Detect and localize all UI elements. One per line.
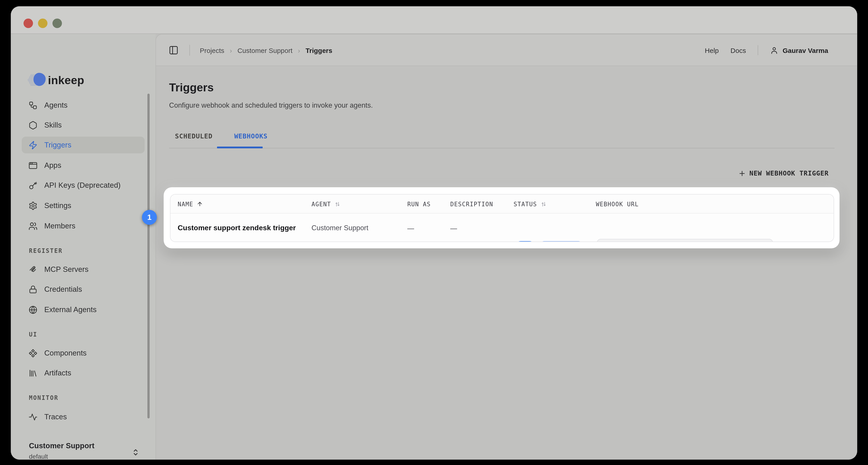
sidebar-toggle-icon[interactable] [168, 45, 179, 55]
sidebar-item-triggers[interactable]: Triggers [22, 137, 145, 153]
sidebar-item-traces[interactable]: Traces [22, 408, 145, 425]
header-actions: Help Docs Gaurav Varma [705, 34, 828, 66]
page-title: Triggers [169, 81, 214, 94]
header-divider [189, 45, 190, 56]
sidebar-item-artifacts[interactable]: Artifacts [22, 365, 145, 381]
inkeep-logo-icon [28, 73, 46, 87]
users-icon [29, 222, 37, 230]
column-header-status[interactable]: STATUS [514, 195, 547, 213]
hexagon-icon [29, 120, 37, 129]
sidebar-section-monitor: MONITOR [29, 395, 59, 401]
lock-icon [29, 285, 37, 294]
sidebar-item-members[interactable]: Members [22, 217, 145, 234]
breadcrumb-customer-support[interactable]: Customer Support [237, 46, 292, 54]
table-header-row: NAME AGENT RUN AS [170, 195, 834, 213]
new-webhook-trigger-button[interactable]: NEW WEBHOOK TRIGGER [739, 170, 829, 177]
plus-icon [739, 170, 745, 177]
sidebar-scrollbar[interactable] [147, 94, 150, 418]
sidebar-item-label: Credentials [44, 285, 82, 294]
sidebar-section-register: REGISTER [29, 248, 63, 254]
column-header-webhook-url: WEBHOOK URL [596, 195, 639, 213]
sidebar-item-label: Traces [44, 412, 67, 421]
annotation-badge-1: 1 [142, 210, 157, 225]
brand-name: inkeep [48, 74, 84, 87]
sidebar-item-label: Skills [44, 121, 62, 129]
main-panel: Projects › Customer Support › Triggers H… [156, 34, 857, 460]
sidebar-item-components[interactable]: Components [22, 345, 145, 361]
header-divider [758, 45, 758, 55]
inkeep-logo[interactable]: inkeep [28, 72, 84, 88]
window-titlebar [11, 6, 857, 34]
sidebar-item-label: Apps [44, 161, 61, 170]
column-header-agent[interactable]: AGENT [311, 195, 341, 213]
sort-icon [540, 201, 547, 207]
help-link[interactable]: Help [705, 46, 719, 54]
breadcrumb: Projects › Customer Support › Triggers [200, 34, 332, 66]
breadcrumb-separator: › [298, 46, 300, 54]
sidebar-item-label: External Agents [44, 305, 96, 314]
sidebar-item-label: Agents [44, 101, 68, 110]
app-window: inkeep Agents Skills Triggers [11, 6, 857, 460]
component-icon [29, 349, 37, 357]
gear-icon [29, 201, 37, 210]
sidebar-item-external-agents[interactable]: External Agents [22, 301, 145, 318]
sidebar-item-label: Members [44, 222, 75, 230]
key-icon [29, 181, 37, 190]
user-name: Gaurav Varma [782, 46, 828, 54]
screenshot-stage: inkeep Agents Skills Triggers [0, 0, 868, 465]
page-description: Configure webhook and scheduled triggers… [169, 101, 373, 110]
triggers-table: NAME AGENT RUN AS [170, 194, 834, 242]
main-header: Projects › Customer Support › Triggers H… [156, 34, 857, 66]
sidebar: inkeep Agents Skills Triggers [11, 34, 156, 460]
active-tab-underline [217, 147, 263, 148]
project-switcher-environment: default [29, 453, 48, 460]
new-webhook-trigger-label: NEW WEBHOOK TRIGGER [749, 170, 829, 177]
breadcrumb-projects[interactable]: Projects [200, 46, 224, 54]
sidebar-item-label: Triggers [44, 141, 71, 149]
breadcrumb-separator: › [230, 46, 232, 54]
tabs: SCHEDULED WEBHOOKS [169, 133, 274, 140]
webhook-url-field[interactable]: https://api.agents.inkeep.com/run/tenant… [597, 239, 773, 242]
tab-scheduled[interactable]: SCHEDULED [169, 133, 218, 140]
trigger-description: — [450, 213, 457, 242]
sidebar-item-mcp-servers[interactable]: MCP Servers [22, 261, 145, 278]
zap-icon [29, 141, 37, 149]
sidebar-item-agents[interactable]: Agents [22, 97, 145, 114]
table-row[interactable]: Customer support zendesk trigger Custome… [170, 213, 834, 242]
workflow-icon [29, 100, 37, 110]
sidebar-item-settings[interactable]: Settings [22, 197, 145, 214]
sidebar-item-skills[interactable]: Skills [22, 117, 145, 134]
sort-icon [334, 201, 341, 207]
column-header-run-as: RUN AS [407, 195, 431, 213]
sidebar-item-api-keys[interactable]: API Keys (Deprecated) [22, 177, 145, 194]
globe-icon [29, 305, 37, 314]
zoom-window-button[interactable] [53, 19, 62, 28]
trigger-agent: Customer Support [311, 213, 368, 242]
sidebar-item-label: Artifacts [44, 369, 71, 377]
docs-link[interactable]: Docs [731, 46, 746, 54]
sidebar-item-label: MCP Servers [44, 265, 89, 274]
status-toggle[interactable] [515, 241, 535, 242]
library-icon [29, 369, 37, 377]
tab-webhooks[interactable]: WEBHOOKS [228, 133, 274, 140]
minimize-window-button[interactable] [38, 19, 48, 28]
mcp-icon [29, 265, 37, 274]
app-window-icon [29, 161, 37, 170]
sidebar-item-label: Settings [44, 201, 71, 210]
project-switcher-name[interactable]: Customer Support [29, 441, 94, 450]
column-header-name[interactable]: NAME [178, 195, 203, 213]
user-icon [770, 46, 778, 55]
sidebar-item-label: API Keys (Deprecated) [44, 181, 121, 190]
trigger-run-as: — [407, 213, 414, 242]
sidebar-section-ui: UI [29, 331, 37, 338]
tabs-divider [169, 148, 835, 148]
column-header-description: DESCRIPTION [450, 195, 493, 213]
breadcrumb-triggers: Triggers [306, 46, 332, 54]
chevrons-up-down-icon[interactable] [131, 447, 140, 458]
activity-icon [29, 412, 37, 422]
sidebar-item-credentials[interactable]: Credentials [22, 281, 145, 298]
sidebar-item-apps[interactable]: Apps [22, 157, 145, 174]
close-window-button[interactable] [24, 19, 33, 28]
sidebar-item-label: Components [44, 349, 87, 357]
user-menu[interactable]: Gaurav Varma [770, 46, 828, 55]
